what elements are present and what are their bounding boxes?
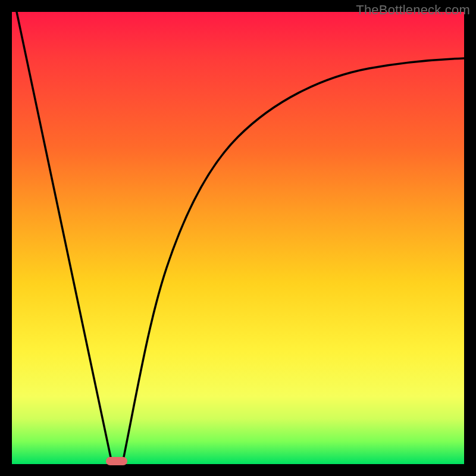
curve-left-segment [17,12,112,463]
minimum-marker [106,457,127,465]
chart-frame: TheBottleneck.com [0,0,476,476]
curve-layer [12,12,464,464]
curve-right-segment [123,58,464,463]
